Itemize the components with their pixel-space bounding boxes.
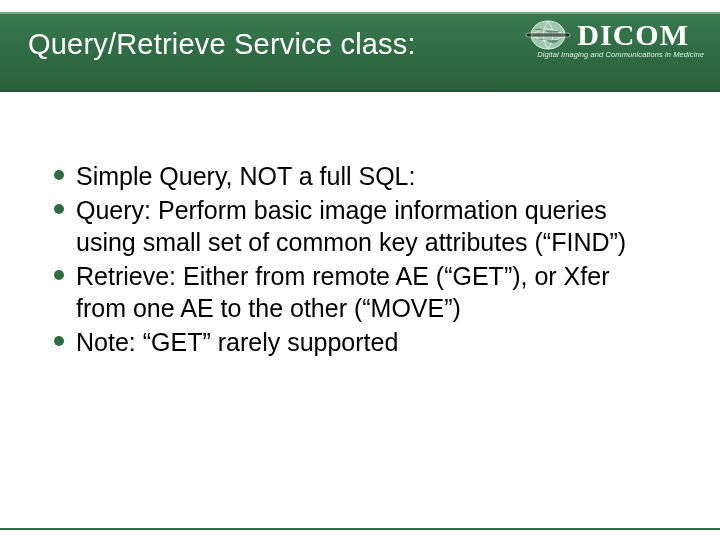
logo-row: DICOMTM — [525, 18, 704, 52]
slide: Query/Retrieve Service class: DICOMTM Di… — [0, 0, 720, 540]
bullet-item: Retrieve: Either from remote AE (“GET”),… — [54, 260, 660, 324]
dicom-logo: DICOMTM Digital Imaging and Communicatio… — [484, 18, 704, 80]
bullet-item: Simple Query, NOT a full SQL: — [54, 160, 660, 192]
globe-icon — [525, 18, 571, 52]
logo-tm: TM — [691, 4, 704, 14]
content-area: Simple Query, NOT a full SQL: Query: Per… — [54, 160, 660, 360]
logo-wordmark: DICOMTM — [577, 18, 704, 52]
slide-title: Query/Retrieve Service class: — [28, 28, 416, 61]
bullet-item: Query: Perform basic image information q… — [54, 194, 660, 258]
bullet-item: Note: “GET” rarely supported — [54, 326, 660, 358]
footer-accent-line — [0, 528, 720, 530]
logo-text: DICOM — [577, 18, 689, 51]
bullet-list: Simple Query, NOT a full SQL: Query: Per… — [54, 160, 660, 358]
svg-rect-1 — [526, 33, 570, 37]
